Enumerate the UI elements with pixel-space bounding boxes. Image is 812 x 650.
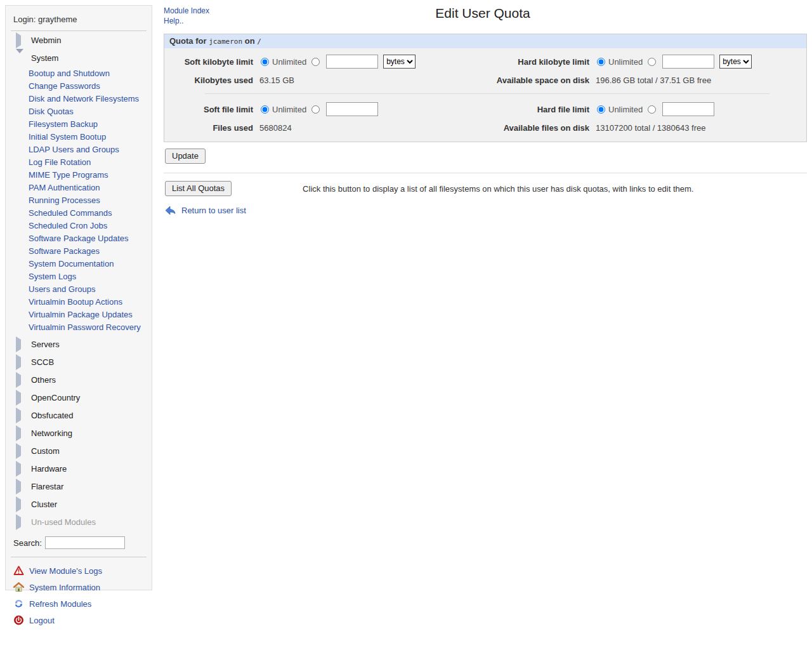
- triangle-right-icon: [16, 446, 26, 456]
- sidebar-category-flarestar[interactable]: Flarestar: [6, 477, 152, 495]
- sidebar-item-software-package-updates[interactable]: Software Package Updates: [6, 232, 152, 245]
- sidebar-category-opencountry[interactable]: OpenCountry: [6, 388, 152, 406]
- refresh-icon: [13, 599, 24, 609]
- sidebar-category-sccb[interactable]: SCCB: [6, 353, 152, 371]
- sidebar-item-users-and-groups[interactable]: Users and Groups: [6, 283, 152, 296]
- warning-triangle-icon: [13, 566, 24, 576]
- sidebar-item-software-packages[interactable]: Software Packages: [6, 245, 152, 258]
- arrow-left-icon: [165, 206, 176, 215]
- sidebar-item-change-passwords[interactable]: Change Passwords: [6, 80, 152, 93]
- list-all-quotas-button[interactable]: List All Quotas: [165, 181, 232, 196]
- soft-file-limit-label: Soft file limit: [164, 105, 259, 114]
- category-label: Cluster: [31, 500, 57, 509]
- hard-kb-value-input[interactable]: [662, 55, 714, 69]
- hard-kb-value-radio[interactable]: [648, 58, 656, 66]
- divider: [205, 93, 769, 94]
- sidebar-item-disk-and-network-filesystems[interactable]: Disk and Network Filesystems: [6, 93, 152, 105]
- category-label: Custom: [31, 446, 60, 456]
- quota-on-text: on: [245, 36, 255, 46]
- unlimited-label: Unlimited: [608, 105, 643, 114]
- view-modules-logs-link[interactable]: View Module's Logs: [29, 566, 102, 576]
- sidebar-item-virtualmin-bootup-actions[interactable]: Virtualmin Bootup Actions: [6, 296, 152, 308]
- power-icon: [13, 615, 24, 625]
- hard-file-value-input[interactable]: [662, 102, 714, 116]
- return-to-user-list-link[interactable]: Return to user list: [181, 206, 246, 215]
- sidebar-item-filesystem-backup[interactable]: Filesystem Backup: [6, 118, 152, 131]
- system-module-list: Bootup and Shutdown Change Passwords Dis…: [6, 67, 152, 334]
- soft-kb-value-input[interactable]: [326, 55, 378, 69]
- triangle-right-icon: [16, 464, 26, 474]
- soft-kb-value-radio[interactable]: [311, 58, 320, 66]
- sidebar-item-system-documentation[interactable]: System Documentation: [6, 258, 152, 270]
- kilobytes-used-value: 63.15 GB: [259, 76, 488, 85]
- triangle-right-icon: [16, 357, 26, 367]
- sidebar-item-disk-quotas[interactable]: Disk Quotas: [6, 105, 152, 118]
- category-label: Others: [31, 375, 56, 385]
- sidebar-category-hardware[interactable]: Hardware: [6, 460, 152, 477]
- category-label: Flarestar: [31, 482, 63, 491]
- sidebar-category-obsfucated[interactable]: Obsfucated: [6, 406, 152, 424]
- hard-kilobyte-limit-label: Hard kilobyte limit: [488, 57, 596, 67]
- soft-kb-unlimited-radio[interactable]: [261, 58, 269, 66]
- sidebar-item-system-logs[interactable]: System Logs: [6, 270, 152, 283]
- search-input[interactable]: [45, 536, 125, 549]
- update-button[interactable]: Update: [165, 149, 206, 164]
- soft-kb-unit-select[interactable]: bytes: [383, 55, 416, 69]
- soft-file-unlimited-radio[interactable]: [261, 105, 269, 114]
- soft-file-value-input[interactable]: [326, 102, 378, 116]
- sidebar-item-running-processes[interactable]: Running Processes: [6, 194, 152, 207]
- triangle-down-icon: [16, 53, 26, 63]
- list-all-quotas-description: Click this button to display a list of a…: [303, 181, 693, 194]
- category-label: SCCB: [31, 357, 54, 367]
- quota-filesystem-path: /: [257, 37, 261, 46]
- sidebar: Login: graytheme Webmin System Bootup an…: [5, 5, 152, 590]
- category-label: Un-used Modules: [31, 517, 96, 527]
- hard-file-unlimited-radio[interactable]: [597, 105, 605, 114]
- sidebar-category-networking[interactable]: Networking: [6, 424, 152, 442]
- sidebar-category-unused-modules[interactable]: Un-used Modules: [6, 513, 152, 531]
- sidebar-category-servers[interactable]: Servers: [6, 335, 152, 353]
- module-index-link[interactable]: Module Index: [164, 6, 209, 16]
- hard-file-value-radio[interactable]: [648, 105, 656, 114]
- hard-kb-unit-select[interactable]: bytes: [719, 55, 752, 69]
- category-label: System: [31, 53, 58, 63]
- sidebar-item-bootup-and-shutdown[interactable]: Bootup and Shutdown: [6, 67, 152, 80]
- unlimited-label: Unlimited: [272, 105, 306, 114]
- sidebar-category-webmin[interactable]: Webmin: [6, 31, 152, 49]
- sidebar-category-custom[interactable]: Custom: [6, 442, 152, 460]
- available-files-value: 13107200 total / 1380643 free: [596, 123, 801, 133]
- category-label: Networking: [31, 428, 72, 438]
- sidebar-category-system[interactable]: System: [6, 49, 152, 67]
- triangle-right-icon: [16, 375, 26, 385]
- category-label: Webmin: [31, 36, 61, 45]
- category-label: Obsfucated: [31, 411, 74, 420]
- quota-for-text: Quota for: [169, 36, 207, 46]
- triangle-right-icon: [16, 517, 26, 527]
- triangle-right-icon: [16, 411, 26, 420]
- hard-kb-unlimited-radio[interactable]: [597, 58, 605, 66]
- sidebar-item-pam-authentication[interactable]: PAM Authentication: [6, 182, 152, 194]
- sidebar-item-scheduled-commands[interactable]: Scheduled Commands: [6, 207, 152, 220]
- soft-kilobyte-limit-label: Soft kilobyte limit: [164, 57, 259, 67]
- sidebar-item-virtualmin-password-recovery[interactable]: Virtualmin Password Recovery: [6, 321, 152, 334]
- sidebar-item-scheduled-cron-jobs[interactable]: Scheduled Cron Jobs: [6, 220, 152, 232]
- triangle-right-icon: [16, 428, 26, 438]
- logout-link[interactable]: Logout: [29, 616, 55, 625]
- system-information-link[interactable]: System Information: [29, 583, 100, 592]
- sidebar-item-initial-system-bootup[interactable]: Initial System Bootup: [6, 131, 152, 143]
- page-title: Edit User Quota: [159, 0, 807, 21]
- soft-file-value-radio[interactable]: [311, 105, 320, 114]
- sidebar-item-mime-type-programs[interactable]: MIME Type Programs: [6, 169, 152, 182]
- sidebar-item-log-file-rotation[interactable]: Log File Rotation: [6, 156, 152, 169]
- home-icon: [13, 582, 24, 592]
- sidebar-item-ldap-users-and-groups[interactable]: LDAP Users and Groups: [6, 143, 152, 156]
- unlimited-label: Unlimited: [272, 57, 306, 67]
- sidebar-item-virtualmin-package-updates[interactable]: Virtualmin Package Updates: [6, 308, 152, 321]
- sidebar-category-others[interactable]: Others: [6, 371, 152, 388]
- quota-panel-header: Quota for jcameron on /: [164, 34, 806, 48]
- sidebar-category-cluster[interactable]: Cluster: [6, 495, 152, 513]
- category-label: Hardware: [31, 464, 67, 474]
- help-link[interactable]: Help..: [164, 16, 209, 26]
- refresh-modules-link[interactable]: Refresh Modules: [29, 599, 91, 609]
- triangle-right-icon: [16, 36, 26, 45]
